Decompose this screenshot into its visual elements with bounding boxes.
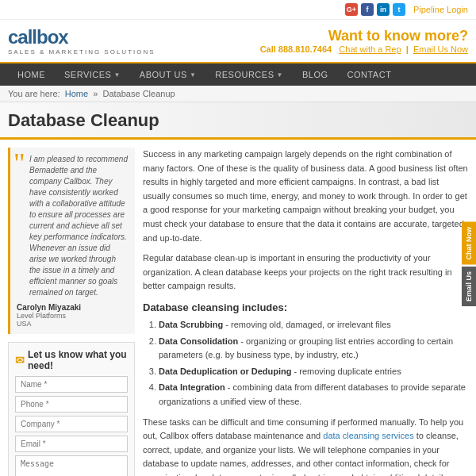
company-input[interactable] bbox=[15, 416, 128, 432]
list-item: Data Consolidation - organizing or group… bbox=[159, 335, 468, 363]
contact-form-box: ✉ Let us know what you need! How did you… bbox=[8, 342, 135, 476]
phone-number[interactable]: Call 888.810.7464 bbox=[260, 44, 332, 54]
facebook-icon[interactable]: f bbox=[361, 3, 374, 16]
breadcrumb: You are here: Home » Database Cleanup bbox=[0, 86, 476, 102]
separator: | bbox=[406, 44, 409, 54]
header-cta: Want to know more? Call 888.810.7464 Cha… bbox=[260, 28, 468, 54]
testimonial-text: I am pleased to recommend Bernadette and… bbox=[29, 154, 129, 298]
email-us-link[interactable]: Email Us Now bbox=[413, 44, 468, 54]
testimonial-author: Carolyn Miyazaki bbox=[17, 303, 129, 312]
page-title: Database Cleanup bbox=[8, 110, 468, 131]
testimonial-box: " I am pleased to recommend Bernadette a… bbox=[8, 148, 135, 334]
services-dropdown-arrow: ▼ bbox=[113, 71, 120, 79]
header: callbox SALES & MARKETING SOLUTIONS Want… bbox=[0, 20, 476, 63]
pipeline-login-link[interactable]: Pipeline Login bbox=[413, 5, 468, 14]
list-item: Data Integration - combining data from d… bbox=[159, 381, 468, 409]
intro-paragraph-1: Success in any marketing campaign largel… bbox=[143, 148, 468, 245]
list-item: Data Scrubbing - removing old, damaged, … bbox=[159, 318, 468, 332]
top-bar: G+ f in t Pipeline Login bbox=[0, 0, 476, 20]
manual-tasks-paragraph: These tasks can be difficult and time co… bbox=[143, 416, 468, 477]
chat-now-button[interactable]: Chat Now bbox=[462, 222, 476, 265]
logo-area: callbox SALES & MARKETING SOLUTIONS bbox=[8, 26, 155, 56]
logo-tagline: SALES & MARKETING SOLUTIONS bbox=[8, 48, 155, 56]
social-icons: G+ f in t bbox=[345, 3, 405, 16]
want-more-heading: Want to know more? bbox=[260, 28, 468, 44]
about-dropdown-arrow: ▼ bbox=[190, 71, 196, 79]
nav-bar: HOME SERVICES ▼ ABOUT US ▼ RESOURCES ▼ B… bbox=[0, 63, 476, 86]
nav-contact[interactable]: CONTACT bbox=[338, 63, 401, 86]
sidebar: " I am pleased to recommend Bernadette a… bbox=[8, 148, 135, 476]
breadcrumb-separator: » bbox=[93, 89, 98, 98]
email-input[interactable] bbox=[15, 436, 128, 452]
form-icon: ✉ bbox=[15, 354, 25, 367]
testimonial-country: USA bbox=[17, 320, 129, 328]
form-title: ✉ Let us know what you need! bbox=[15, 349, 128, 371]
intro-paragraph-2: Regular database clean-up is important i… bbox=[143, 251, 468, 294]
page-title-bar: Database Cleanup bbox=[0, 102, 476, 140]
logo: callbox bbox=[8, 26, 155, 48]
list-item: Data Deduplication or Deduping - removin… bbox=[159, 365, 468, 379]
cleansing-title: Database cleansing includes: bbox=[143, 301, 468, 313]
quote-mark-icon: " bbox=[13, 149, 25, 178]
cleansing-list: Data Scrubbing - removing old, damaged, … bbox=[143, 318, 468, 409]
data-cleansing-link[interactable]: data cleansing services bbox=[323, 431, 413, 440]
nav-services[interactable]: SERVICES ▼ bbox=[55, 63, 130, 86]
nav-resources[interactable]: RESOURCES ▼ bbox=[205, 63, 293, 86]
you-are-here-label: You are here: bbox=[8, 89, 60, 98]
message-textarea[interactable] bbox=[15, 455, 128, 476]
breadcrumb-current: Database Cleanup bbox=[103, 89, 175, 98]
breadcrumb-home-link[interactable]: Home bbox=[65, 89, 88, 98]
resources-dropdown-arrow: ▼ bbox=[277, 71, 283, 79]
main-layout: " I am pleased to recommend Bernadette a… bbox=[0, 140, 476, 476]
linkedin-icon[interactable]: in bbox=[377, 3, 390, 16]
nav-about[interactable]: ABOUT US ▼ bbox=[130, 63, 205, 86]
name-input[interactable] bbox=[15, 376, 128, 393]
testimonial-role: Level Platforms bbox=[17, 312, 129, 320]
nav-home[interactable]: HOME bbox=[8, 63, 55, 86]
google-plus-icon[interactable]: G+ bbox=[345, 3, 358, 16]
floating-buttons: Chat Now Email Us bbox=[462, 222, 476, 306]
phone-input[interactable] bbox=[15, 396, 128, 413]
nav-blog[interactable]: BLOG bbox=[293, 63, 338, 86]
email-us-button[interactable]: Email Us bbox=[462, 267, 476, 306]
twitter-icon[interactable]: t bbox=[393, 3, 405, 16]
phone-line: Call 888.810.7464 Chat with a Rep | Emai… bbox=[260, 44, 468, 54]
chat-rep-link[interactable]: Chat with a Rep bbox=[339, 44, 401, 54]
main-content: Success in any marketing campaign largel… bbox=[143, 148, 468, 476]
